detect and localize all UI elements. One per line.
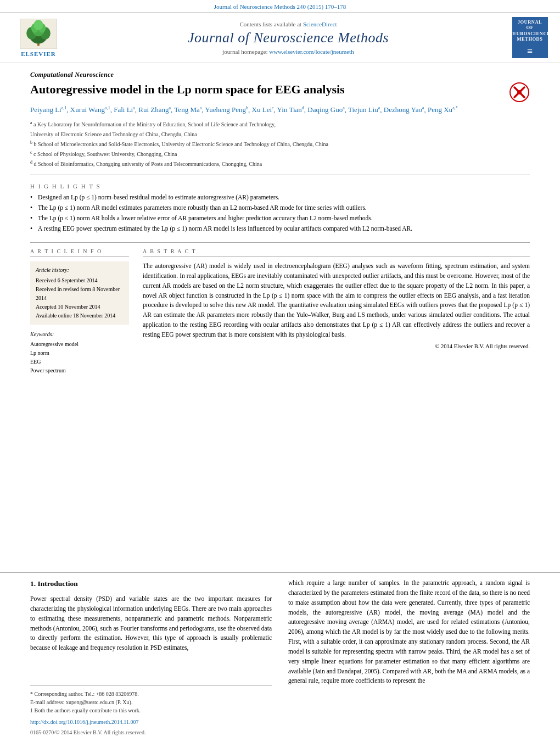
journal-citation: Journal of Neuroscience Methods 240 (201… [0,0,560,12]
affiliation-d: d d School of Bioinformatics, Chongqing … [30,159,530,169]
divider-1 [30,175,530,175]
history-item-2: Received in revised form 8 November 2014 [36,285,124,303]
footnotes: * Corresponding author. Tel.: +86 028 83… [30,685,272,715]
body-two-col: 1. Introduction Power spectral density (… [30,578,530,737]
keyword-3: EEG [30,358,129,366]
keyword-1: Autoregressive model [30,340,129,349]
highlight-item-4: A resting EEG power spectrum estimated b… [30,224,530,233]
crossmark-icon [509,82,530,103]
highlight-item-1: Designed an Lp (p ≤ 1) norm-based residu… [30,193,530,202]
authors: Peiyang Lia,1, Xurui Wanga,1, Fali Lia, … [30,104,530,116]
history-item-4: Available online 18 November 2014 [36,311,124,320]
history-title: Article history: [36,266,124,275]
authors-text: Peiyang Lia,1, Xurui Wanga,1, Fali Lia, … [30,105,458,114]
keyword-2: Lp norm [30,349,129,358]
elsevier-tree-icon [19,19,58,49]
contents-line: Contents lists available at ScienceDirec… [77,21,500,27]
homepage-label: journal homepage: [222,48,267,55]
svg-point-8 [33,19,43,30]
affiliation-a-line2: University of Electronic Science and Tec… [30,130,530,139]
journal-header-center: Contents lists available at ScienceDirec… [77,21,500,55]
abstract-title: A B S T R A C T [143,248,530,257]
article-info-abstract: A R T I C L E I N F O Article history: R… [30,248,530,375]
journal-badge-box: JOURNAL OF NEUROSCIENCE METHODS ≡ [512,17,548,58]
body-left-col: 1. Introduction Power spectral density (… [30,578,272,737]
doi-anchor[interactable]: http://dx.doi.org/10.1016/j.jneumeth.201… [30,719,139,725]
highlight-item-2: The Lp (p ≤ 1) norm AR model estimates p… [30,203,530,212]
footnote-area: * Corresponding author. Tel.: +86 028 83… [30,657,272,737]
elsevier-text: ELSEVIER [21,51,56,57]
homepage-line: journal homepage: www.elsevier.com/locat… [77,48,500,55]
intro-para2: which require a large number of samples.… [288,578,530,686]
doi-link[interactable]: http://dx.doi.org/10.1016/j.jneumeth.201… [30,718,272,727]
journal-citation-text: Journal of Neuroscience Methods 240 (201… [214,3,346,10]
homepage-link[interactable]: www.elsevier.com/locate/jneumeth [269,48,354,55]
copyright-bottom: 0165-0270/© 2014 Elsevier B.V. All right… [30,728,272,737]
article-info-col: A R T I C L E I N F O Article history: R… [30,248,129,375]
title-area: Autoregressive model in the Lp norm spac… [30,82,530,98]
paper-title: Autoregressive model in the Lp norm spac… [30,82,530,98]
article-history: Article history: Received 6 September 20… [30,261,129,325]
affiliation-b: b b School of Microelectronics and Solid… [30,140,530,149]
equal-contrib-note: 1 Both the authors equally contribute to… [30,706,272,715]
corresponding-note: * Corresponding author. Tel.: +86 028 83… [30,690,272,698]
article-info-title: A R T I C L E I N F O [30,248,129,257]
badge-title-line2: NEUROSCIENCE [509,31,551,36]
highlights-section: H I G H L I G H T S Designed an Lp (p ≤ … [30,181,530,237]
email-note: E-mail address: xupeng@uestc.edu.cn (P. … [30,698,272,706]
main-content: Computational Neuroscience Autoregressiv… [0,63,560,572]
journal-badge: JOURNAL OF NEUROSCIENCE METHODS ≡ [511,17,549,58]
badge-title-line1: JOURNAL OF [516,19,545,30]
section-label: Computational Neuroscience [30,71,530,79]
affiliation-a-line1: a a Key Laboratory for NeuroInformation … [30,120,530,129]
intro-heading: 1. Introduction [30,578,272,590]
journal-header: ELSEVIER Contents lists available at Sci… [0,12,560,63]
body-content: 1. Introduction Power spectral density (… [0,572,560,742]
affiliations: a a Key Laboratory for NeuroInformation … [30,120,530,169]
intro-para1: Power spectral density (PSD) and variabl… [30,594,272,653]
badge-title-line3: METHODS [517,36,543,42]
affiliation-c: c c School of Physiology, Southwest Univ… [30,149,530,159]
divider-2 [30,242,530,243]
highlights-title: H I G H L I G H T S [30,183,530,189]
crossmark-container [509,82,530,105]
keywords-section: Keywords: Autoregressive model Lp norm E… [30,330,129,375]
body-right-col: which require a large number of samples.… [288,578,530,737]
keywords-title: Keywords: [30,330,129,339]
svg-point-10 [517,90,522,94]
history-item-1: Received 6 September 2014 [36,276,124,285]
sciencedirect-link[interactable]: ScienceDirect [303,21,337,27]
keyword-4: Power spectrum [30,366,129,375]
highlight-item-3: The Lp (p ≤ 1) norm AR holds a lower rel… [30,214,530,222]
abstract-col: A B S T R A C T The autoregressive (AR) … [143,248,530,375]
abstract-text: The autoregressive (AR) model is widely … [143,261,530,340]
page: Journal of Neuroscience Methods 240 (201… [0,0,560,742]
abstract-copyright: © 2014 Elsevier B.V. All rights reserved… [143,343,530,349]
journal-name: Journal of Neuroscience Methods [77,30,500,46]
contents-label: Contents lists available at [239,21,301,27]
history-item-3: Accepted 10 November 2014 [36,303,124,311]
elsevier-logo: ELSEVIER [11,19,66,57]
